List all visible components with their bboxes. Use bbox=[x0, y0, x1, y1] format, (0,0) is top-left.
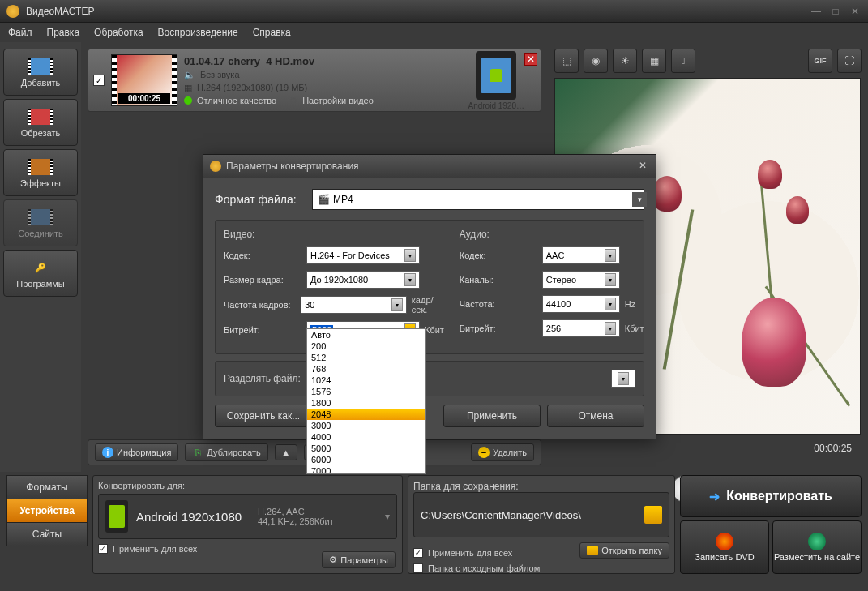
menu-edit[interactable]: Правка bbox=[47, 27, 80, 38]
a-freq-field[interactable]: 44100▾ bbox=[542, 295, 620, 313]
a-channels-field[interactable]: Стерео▾ bbox=[542, 271, 620, 289]
mp4-icon: 🎬 bbox=[318, 194, 330, 205]
a-freq-label: Частота: bbox=[460, 299, 537, 309]
delete-button[interactable]: − Удалить bbox=[471, 443, 534, 461]
format-label: Формат файла: bbox=[215, 193, 304, 206]
crop-tool-button[interactable]: ⬚ bbox=[554, 49, 579, 73]
a-bitrate-field[interactable]: 256▾ bbox=[542, 319, 620, 337]
tab-formats[interactable]: Форматы bbox=[6, 475, 88, 499]
convert-button[interactable]: ➜ Конвертировать bbox=[680, 475, 862, 517]
file-audio: Без звука bbox=[200, 70, 240, 79]
sidebar-cut-label: Обрезать bbox=[21, 128, 61, 138]
move-up-button[interactable]: ▲ bbox=[275, 444, 297, 460]
v-fps-label: Частота кадров: bbox=[224, 300, 296, 310]
v-size-label: Размер кадра: bbox=[224, 275, 301, 285]
bitrate-option[interactable]: 1576 bbox=[307, 386, 425, 397]
v-codec-field[interactable]: H.264 - For Devices▾ bbox=[306, 246, 420, 264]
file-list-item[interactable]: ✓ 00:00:25 01.04.17 cherry_4 HD.mov 🔈Без… bbox=[88, 49, 541, 112]
maximize-button[interactable]: □ bbox=[829, 5, 842, 18]
bitrate-option[interactable]: 768 bbox=[307, 363, 425, 375]
bitrate-option[interactable]: 5000 bbox=[307, 443, 425, 454]
apply-all-checkbox-2[interactable]: ✓ bbox=[413, 548, 423, 558]
sidebar-join-label: Соединить bbox=[18, 229, 63, 238]
apply-all-checkbox[interactable]: ✓ bbox=[98, 544, 108, 554]
save-path-row[interactable]: C:\Users\ContentManager\Videos\ bbox=[413, 492, 669, 537]
chevron-down-icon[interactable]: ▾ bbox=[385, 511, 390, 522]
bitrate-option[interactable]: 1024 bbox=[307, 375, 425, 386]
key-icon: 🔑 bbox=[29, 258, 52, 277]
bitrate-option[interactable]: 2048 bbox=[307, 409, 425, 420]
bitrate-option[interactable]: 200 bbox=[307, 340, 425, 352]
dialog-close-button[interactable]: ✕ bbox=[636, 160, 649, 173]
cancel-button[interactable]: Отмена bbox=[547, 405, 644, 427]
device-info-row[interactable]: Android 1920x1080 H.264, AAC 44,1 KHz, 2… bbox=[98, 494, 397, 539]
close-button[interactable]: ✕ bbox=[849, 5, 862, 18]
chevron-down-icon[interactable]: ▾ bbox=[632, 192, 647, 207]
gif-button[interactable]: GIF bbox=[808, 49, 832, 73]
save-path: C:\Users\ContentManager\Videos\ bbox=[421, 509, 581, 521]
bitrate-dropdown-list[interactable]: Авто200512768102415761800204830004000500… bbox=[306, 328, 426, 474]
bitrate-option[interactable]: Авто bbox=[307, 329, 425, 340]
file-thumbnail[interactable]: 00:00:25 bbox=[111, 54, 177, 106]
menu-process[interactable]: Обработка bbox=[94, 27, 143, 38]
device-sub1: H.264, AAC bbox=[258, 507, 334, 516]
info-button[interactable]: i Информация bbox=[95, 443, 178, 461]
quality-indicator-icon bbox=[184, 96, 192, 105]
save-as-button[interactable]: Сохранить как... bbox=[215, 405, 312, 427]
save-folder-label: Папка для сохранения: bbox=[413, 481, 669, 492]
film-add-icon bbox=[31, 58, 50, 75]
bitrate-option[interactable]: 4000 bbox=[307, 431, 425, 443]
bitrate-option[interactable]: 1800 bbox=[307, 397, 425, 409]
duplicate-icon: ⎘ bbox=[192, 447, 203, 458]
format-field[interactable]: 🎬 MP4 ▾ bbox=[312, 189, 644, 210]
folder-small-icon bbox=[587, 546, 598, 555]
burn-dvd-button[interactable]: Записать DVD bbox=[680, 520, 769, 574]
sidebar-effects[interactable]: Эффекты bbox=[3, 149, 78, 196]
sidebar-cut[interactable]: Обрезать bbox=[3, 99, 78, 146]
a-codec-field[interactable]: AAC▾ bbox=[542, 246, 620, 264]
sidebar-programs-label: Программы bbox=[16, 279, 64, 289]
apply-button[interactable]: Применить bbox=[443, 405, 541, 427]
enhance-tool-button[interactable]: ◉ bbox=[584, 49, 608, 73]
convert-arrow-icon: ➜ bbox=[709, 489, 720, 504]
speed-tool-button[interactable]: 𖠕 bbox=[671, 49, 695, 73]
sidebar-join: Соединить bbox=[3, 199, 78, 246]
convert-for-label: Конвертировать для: bbox=[98, 481, 397, 490]
brightness-tool-button[interactable]: ☀ bbox=[613, 49, 637, 73]
audio-section-header: Аудио: bbox=[460, 229, 644, 240]
bitrate-option[interactable]: 6000 bbox=[307, 454, 425, 465]
duplicate-button[interactable]: ⎘ Дублировать bbox=[185, 443, 267, 461]
frame-tool-button[interactable]: ▦ bbox=[642, 49, 666, 73]
menu-file[interactable]: Файл bbox=[8, 27, 32, 38]
publish-button[interactable]: Разместить на сайте bbox=[772, 520, 862, 574]
file-settings-link[interactable]: Настройки видео bbox=[302, 96, 374, 105]
file-checkbox[interactable]: ✓ bbox=[93, 75, 105, 86]
bitrate-option[interactable]: 512 bbox=[307, 352, 425, 363]
params-button[interactable]: ⚙ Параметры bbox=[322, 551, 396, 568]
sidebar-add[interactable]: Добавить bbox=[3, 49, 78, 96]
minimize-button[interactable]: — bbox=[810, 5, 823, 18]
menu-help[interactable]: Справка bbox=[253, 27, 291, 38]
bitrate-option[interactable]: 3000 bbox=[307, 420, 425, 431]
menu-playback[interactable]: Воспроизведение bbox=[158, 27, 238, 38]
same-folder-checkbox[interactable] bbox=[413, 563, 423, 573]
bitrate-option[interactable]: 7000 bbox=[307, 465, 425, 474]
tab-devices[interactable]: Устройства bbox=[6, 499, 88, 523]
dialog-title: Параметры конвертирования bbox=[226, 161, 359, 172]
disc-icon bbox=[716, 533, 733, 550]
window-title: ВидеоМАСТЕР bbox=[26, 6, 810, 17]
v-fps-field[interactable]: 30▾ bbox=[301, 296, 407, 314]
delete-icon: − bbox=[478, 447, 490, 458]
sidebar-programs[interactable]: 🔑 Программы bbox=[3, 250, 78, 297]
fullscreen-button[interactable]: ⛶ bbox=[837, 49, 862, 73]
tab-sites[interactable]: Сайты bbox=[6, 522, 88, 546]
v-size-field[interactable]: До 1920x1080▾ bbox=[306, 271, 420, 289]
file-codec: H.264 (1920x1080) (19 МБ) bbox=[197, 83, 307, 92]
open-folder-button[interactable]: Открыть папку bbox=[579, 542, 669, 559]
device-thumb-icon bbox=[105, 500, 128, 533]
menu-bar: Файл Правка Обработка Воспроизведение Сп… bbox=[0, 23, 868, 42]
split-field-2[interactable]: ▾ bbox=[611, 370, 635, 388]
android-icon bbox=[490, 69, 502, 82]
file-remove-button[interactable]: ✕ bbox=[524, 53, 537, 66]
folder-icon[interactable] bbox=[644, 506, 662, 524]
